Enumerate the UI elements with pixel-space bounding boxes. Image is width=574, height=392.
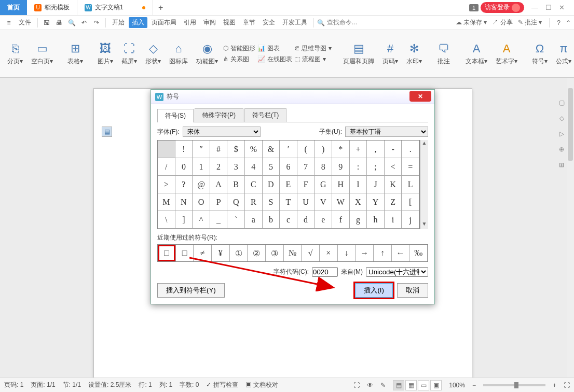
status-spellcheck[interactable]: ✓ 拼写检查 [206, 381, 238, 389]
symbol-cell[interactable]: Q [227, 193, 245, 211]
rb-funcpic[interactable]: ◉功能图▾ [193, 39, 221, 68]
symbol-cell[interactable]: E [280, 176, 297, 193]
symbol-cell[interactable]: 7 [297, 158, 315, 176]
menu-insert[interactable]: 插入 [129, 17, 147, 28]
tab-special[interactable]: 特殊字符(P) [195, 108, 243, 122]
rb-formula[interactable]: π公式▾ [553, 39, 574, 68]
annotate-button[interactable]: ✎ 批注 ▾ [518, 18, 542, 27]
symbol-cell[interactable]: 1 [193, 158, 210, 176]
side-tool-1-icon[interactable]: ▢ [557, 99, 566, 107]
side-tool-3-icon[interactable]: ▷ [557, 130, 566, 138]
symbol-cell[interactable]: J [367, 176, 385, 193]
recent-symbol-cell[interactable]: □ [158, 245, 176, 261]
menu-ref[interactable]: 引用 [181, 17, 199, 28]
recent-symbol-cell[interactable]: → [356, 245, 374, 261]
menu-layout[interactable]: 页面布局 [148, 17, 180, 28]
symbol-cell[interactable]: \ [158, 211, 175, 229]
symbol-cell[interactable]: U [297, 193, 315, 211]
scroll-down-icon[interactable]: ▼ [420, 221, 428, 229]
symbol-cell[interactable]: : [350, 158, 367, 176]
save-icon[interactable]: 🖫 [41, 17, 52, 29]
rb-table[interactable]: ⊞表格▾ [64, 39, 86, 68]
symbol-cell[interactable]: B [227, 176, 245, 193]
menu-view[interactable]: 视图 [220, 17, 239, 28]
symbol-cell[interactable]: i [385, 211, 402, 229]
symbol-cell[interactable]: A [210, 176, 228, 193]
rb-pagenum[interactable]: #页码▾ [379, 39, 401, 68]
symbol-cell[interactable]: 6 [280, 158, 297, 176]
side-tool-4-icon[interactable]: ⊕ [557, 145, 566, 153]
symbol-cell[interactable]: ″ [193, 141, 210, 158]
rb-onlinechart[interactable]: 📈在线图表 [257, 55, 292, 64]
recent-symbol-cell[interactable]: ③ [266, 245, 284, 261]
print-icon[interactable]: 🖶 [53, 17, 65, 29]
status-section[interactable]: 节: 1/1 [63, 381, 81, 389]
recent-symbol-cell[interactable]: № [284, 245, 302, 261]
symbol-cell[interactable]: X [350, 193, 367, 211]
symbol-cell[interactable]: e [315, 211, 332, 229]
new-tab-button[interactable]: + [153, 0, 169, 15]
recent-symbol-cell[interactable]: × [320, 245, 338, 261]
status-chars[interactable]: 字数: 0 [180, 381, 199, 389]
symbol-cell[interactable]: ) [315, 141, 332, 158]
code-input[interactable] [312, 267, 338, 277]
from-select[interactable]: Unicode(十六进制) [366, 267, 428, 277]
login-button[interactable]: 访客登录 [481, 2, 524, 13]
subset-select[interactable]: 基本拉丁语 [345, 127, 428, 137]
recent-symbol-cell[interactable]: □ [176, 245, 194, 261]
symbol-cell[interactable]: d [297, 211, 315, 229]
recent-symbol-cell[interactable]: ← [392, 245, 410, 261]
status-doccheck[interactable]: ▣ 文档校对 [245, 381, 278, 389]
symbol-cell[interactable]: = [402, 158, 419, 176]
zoom-out-icon[interactable]: − [472, 382, 476, 389]
symbol-cell[interactable]: [ [402, 193, 419, 211]
dialog-close-button[interactable]: ✕ [409, 91, 431, 102]
symbol-cell[interactable]: O [193, 193, 210, 211]
recent-symbol-cell[interactable]: ¥ [212, 245, 230, 261]
scroll-up-icon[interactable]: ▲ [420, 140, 428, 148]
preview-icon[interactable]: 🔍 [66, 17, 77, 29]
symbol-cell[interactable]: ! [175, 141, 193, 158]
symbol-cell[interactable]: M [158, 193, 175, 211]
symbol-cell[interactable]: c [280, 211, 297, 229]
insert-to-bar-button[interactable]: 插入到符号栏(Y) [157, 283, 225, 298]
symbol-cell[interactable]: ( [297, 141, 315, 158]
rb-picture[interactable]: 🖼图片▾ [94, 39, 116, 68]
close-icon[interactable]: ✕ [559, 4, 565, 11]
eye-mode-icon[interactable]: 👁 [367, 382, 373, 389]
unsaved-indicator[interactable]: ☁ 未保存 ▾ [456, 18, 487, 27]
symbol-cell[interactable]: ′ [280, 141, 297, 158]
symbol-cell[interactable]: D [263, 176, 280, 193]
hamburger-icon[interactable]: ≡ [3, 17, 15, 29]
status-col[interactable]: 列: 1 [159, 381, 172, 389]
symbol-cell[interactable]: > [158, 176, 175, 193]
symbol-cell[interactable]: _ [210, 211, 228, 229]
status-row[interactable]: 行: 1 [139, 381, 152, 389]
tab-symbolbar[interactable]: 符号栏(T) [244, 108, 286, 122]
recent-symbol-cell[interactable]: ‰ [409, 245, 428, 261]
status-pages[interactable]: 页面: 1/1 [31, 381, 55, 389]
menu-safe[interactable]: 安全 [259, 17, 278, 28]
view-print-icon[interactable]: ▤ [393, 380, 404, 390]
symbol-cell[interactable]: ? [175, 176, 193, 193]
symbol-cell[interactable]: ; [367, 158, 385, 176]
rb-symbol[interactable]: Ω符号▾ [529, 39, 551, 68]
rb-headerfooter[interactable]: ▤页眉和页脚 [340, 39, 377, 68]
symbol-cell[interactable]: Z [385, 193, 402, 211]
menu-chapter[interactable]: 章节 [240, 17, 258, 28]
symbol-cell[interactable]: L [402, 176, 419, 193]
symbol-cell[interactable]: ^ [193, 211, 210, 229]
recent-symbol-cell[interactable]: ② [248, 245, 266, 261]
symbol-cell[interactable]: 8 [315, 158, 332, 176]
symbol-cell[interactable]: S [263, 193, 280, 211]
recent-symbol-cell[interactable]: ① [230, 245, 248, 261]
collapse-ribbon-icon[interactable]: ⌃ [566, 19, 571, 26]
font-select[interactable]: 宋体 [183, 127, 261, 137]
symbol-cell[interactable] [158, 141, 175, 158]
symbol-cell[interactable]: - [385, 141, 402, 158]
rb-relation[interactable]: ⋔关系图 [223, 55, 255, 64]
maximize-icon[interactable]: ☐ [545, 4, 552, 11]
symbol-cell[interactable]: T [280, 193, 297, 211]
rb-flowchart[interactable]: ⬚流程图▾ [294, 55, 332, 64]
rb-screenshot[interactable]: ⛶截屏▾ [118, 39, 140, 68]
